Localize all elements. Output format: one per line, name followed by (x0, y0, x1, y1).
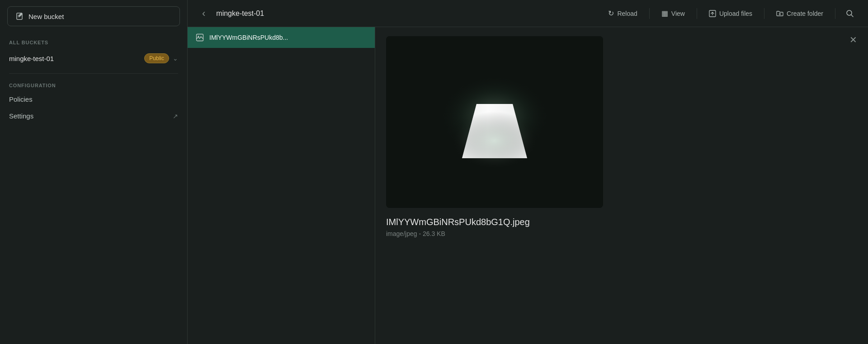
create-folder-button[interactable]: Create folder (772, 7, 828, 20)
upload-icon (709, 10, 716, 17)
image-preview-container (386, 36, 603, 208)
preview-filename: IMlYYWmGBiNRsPUkd8bG1Q.jpeg (386, 217, 857, 227)
upload-label: Upload files (719, 10, 752, 17)
main-content: ‹ mingke-test-01 ↻ Reload ▦ View Upload … (188, 0, 868, 344)
search-button[interactable] (843, 6, 857, 21)
image-file-icon (196, 33, 204, 42)
upload-files-button[interactable]: Upload files (704, 7, 757, 20)
file-browser: IMlYYWmGBiNRsPUkd8b... ✕ (188, 27, 868, 344)
topbar-divider-1 (649, 8, 650, 19)
topbar-divider-4 (835, 8, 835, 19)
sidebar-item-policies[interactable]: Policies (0, 91, 187, 108)
reload-button[interactable]: ↻ Reload (604, 6, 642, 20)
create-folder-icon (776, 10, 783, 17)
topbar: ‹ mingke-test-01 ↻ Reload ▦ View Upload … (188, 0, 868, 27)
configuration-label: CONFIGURATION (0, 79, 187, 91)
new-bucket-button[interactable]: New bucket (7, 6, 180, 26)
edit-icon (16, 12, 24, 20)
sidebar: New bucket ALL BUCKETS mingke-test-01 Pu… (0, 0, 188, 344)
preview-panel: ✕ (375, 27, 868, 344)
search-icon (845, 9, 854, 18)
view-button[interactable]: ▦ View (657, 6, 689, 20)
public-badge: Public (144, 53, 169, 63)
lamp-image-preview (386, 36, 603, 208)
svg-point-4 (198, 36, 199, 37)
close-preview-button[interactable]: ✕ (848, 33, 859, 46)
reload-label: Reload (617, 10, 637, 17)
topbar-bucket-title: mingke-test-01 (216, 9, 264, 18)
all-buckets-label: ALL BUCKETS (0, 33, 187, 49)
bucket-name: mingke-test-01 (9, 55, 141, 62)
file-list: IMlYYWmGBiNRsPUkd8b... (188, 27, 375, 344)
back-icon: ‹ (202, 8, 205, 19)
topbar-divider-3 (764, 8, 764, 19)
chevron-down-icon: ⌄ (173, 55, 178, 62)
new-bucket-label: New bucket (28, 13, 64, 20)
sidebar-divider (9, 73, 178, 74)
file-name: IMlYYWmGBiNRsPUkd8b... (209, 34, 288, 41)
file-item[interactable]: IMlYYWmGBiNRsPUkd8b... (188, 27, 375, 48)
settings-label: Settings (9, 112, 33, 120)
topbar-divider-2 (697, 8, 697, 19)
back-button[interactable]: ‹ (198, 6, 209, 21)
external-link-icon: ↗ (173, 113, 178, 120)
view-icon: ▦ (661, 9, 668, 18)
create-folder-label: Create folder (787, 10, 823, 17)
view-label: View (671, 10, 685, 17)
bucket-row[interactable]: mingke-test-01 Public ⌄ (0, 49, 187, 68)
sidebar-item-settings[interactable]: Settings ↗ (0, 108, 187, 124)
svg-point-9 (440, 97, 549, 170)
preview-meta: image/jpeg - 26.3 KB (386, 230, 857, 237)
policies-label: Policies (9, 95, 33, 103)
reload-icon: ↻ (608, 9, 614, 18)
svg-point-2 (847, 10, 852, 15)
